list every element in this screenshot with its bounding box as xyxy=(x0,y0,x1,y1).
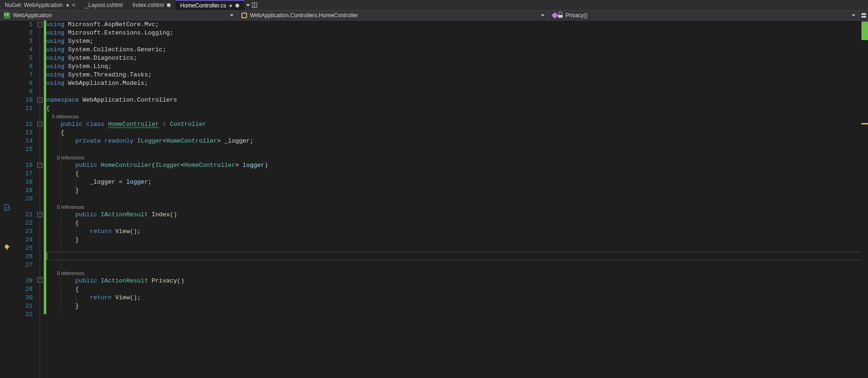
tab-label: _Layout.cshtml xyxy=(85,2,123,8)
chevron-down-icon xyxy=(246,4,250,7)
svg-rect-3 xyxy=(861,16,866,18)
tab-overflow[interactable] xyxy=(244,0,259,10)
line-number: 6 xyxy=(15,62,33,71)
nav-class-dropdown[interactable]: WebApplication.Controllers.HomeControlle… xyxy=(238,11,549,20)
tab-label: NuGet: WebApplication xyxy=(5,2,63,8)
document-tab-bar: NuGet: WebApplication × _Layout.cshtml I… xyxy=(0,0,868,10)
method-icon xyxy=(551,12,558,19)
svg-rect-2 xyxy=(861,13,866,15)
csharp-project-icon xyxy=(4,12,10,19)
line-number: 8 xyxy=(15,79,33,88)
line-number: 27 xyxy=(15,261,33,269)
lock-icon xyxy=(558,13,563,18)
fold-toggle[interactable]: − xyxy=(37,22,42,27)
tab-label: HomeController.cs xyxy=(180,2,227,9)
nav-project-dropdown[interactable]: WebApplication xyxy=(0,11,238,20)
line-number: 1 xyxy=(15,21,33,29)
line-number: 22 xyxy=(15,219,33,227)
line-number: 26 xyxy=(15,253,33,261)
line-number: 31 xyxy=(15,302,33,310)
line-number: 7 xyxy=(15,71,33,79)
chevron-down-icon xyxy=(852,14,855,16)
glyph-margin[interactable] xyxy=(0,21,15,378)
line-number: 5 xyxy=(15,54,33,62)
line-number: 14 xyxy=(15,137,33,145)
line-number: 12 xyxy=(15,120,33,129)
window-split-icon[interactable] xyxy=(252,2,257,8)
line-number: 4 xyxy=(15,46,33,54)
outlining-margin[interactable]: − − − − − − xyxy=(36,21,44,378)
chevron-down-icon xyxy=(541,14,544,16)
line-number-gutter[interactable]: 1 2 3 4 5 6 7 8 9 10 11 12 13 14 15 16 1… xyxy=(15,21,36,378)
line-number: 17 xyxy=(15,170,33,178)
line-number: 3 xyxy=(15,37,33,46)
nav-class-label: WebApplication.Controllers.HomeControlle… xyxy=(250,12,358,19)
vertical-scrollbar[interactable] xyxy=(861,21,868,378)
line-number: 20 xyxy=(15,195,33,203)
line-number: 2 xyxy=(15,29,33,37)
class-icon xyxy=(241,13,247,18)
line-number: 23 xyxy=(15,227,33,236)
nav-project-label: WebApplication xyxy=(13,12,52,19)
line-number xyxy=(15,154,33,161)
line-number: 11 xyxy=(15,104,33,113)
tab-index-cshtml[interactable]: Index.cshtml xyxy=(128,0,175,10)
track-changes-icon[interactable] xyxy=(3,203,11,212)
unsaved-indicator-icon xyxy=(167,3,171,7)
quick-actions-icon[interactable] xyxy=(3,243,11,252)
line-number xyxy=(15,269,33,277)
codelens-references[interactable]: 0 references xyxy=(46,203,868,211)
line-number: 25 xyxy=(15,244,33,253)
tab-homecontroller-cs[interactable]: HomeController.cs xyxy=(176,0,245,10)
line-number: 16 xyxy=(15,161,33,170)
nav-split-button[interactable] xyxy=(860,11,868,20)
unsaved-indicator-icon xyxy=(235,4,239,7)
codelens-references[interactable]: 0 references xyxy=(46,269,868,277)
navigation-bar: WebApplication WebApplication.Controller… xyxy=(0,10,868,21)
line-number: 9 xyxy=(15,88,33,96)
line-number: 15 xyxy=(15,145,33,154)
line-number xyxy=(15,113,33,120)
line-number: 24 xyxy=(15,236,33,244)
nav-member-label: Privacy() xyxy=(565,12,587,19)
line-number: 32 xyxy=(15,310,33,319)
tab-label: Index.cshtml xyxy=(132,2,164,8)
split-icon xyxy=(861,13,866,18)
nav-member-dropdown[interactable]: Privacy() xyxy=(549,11,860,20)
tab-nuget[interactable]: NuGet: WebApplication × xyxy=(0,0,81,10)
chevron-down-icon xyxy=(230,14,234,16)
line-number: 29 xyxy=(15,285,33,294)
line-number xyxy=(15,203,33,211)
line-number: 21 xyxy=(15,211,33,219)
line-number: 13 xyxy=(15,129,33,137)
scroll-up-icon[interactable] xyxy=(862,21,867,26)
tab-layout-cshtml[interactable]: _Layout.cshtml xyxy=(81,0,128,10)
line-number: 18 xyxy=(15,178,33,186)
close-icon[interactable]: × xyxy=(72,2,76,8)
code-content[interactable]: using Microsoft.AspNetCore.Mvc; using Mi… xyxy=(46,21,868,378)
pin-icon xyxy=(66,3,69,7)
line-number: 28 xyxy=(15,277,33,285)
line-number: 30 xyxy=(15,294,33,302)
pin-icon xyxy=(229,4,233,7)
line-number: 10 xyxy=(15,96,33,104)
codelens-references[interactable]: 3 references xyxy=(46,113,868,120)
codelens-references[interactable]: 0 references xyxy=(46,154,868,161)
overview-warning-marker xyxy=(861,123,868,124)
code-editor[interactable]: 1 2 3 4 5 6 7 8 9 10 11 12 13 14 15 16 1… xyxy=(0,21,868,378)
line-number: 19 xyxy=(15,186,33,195)
